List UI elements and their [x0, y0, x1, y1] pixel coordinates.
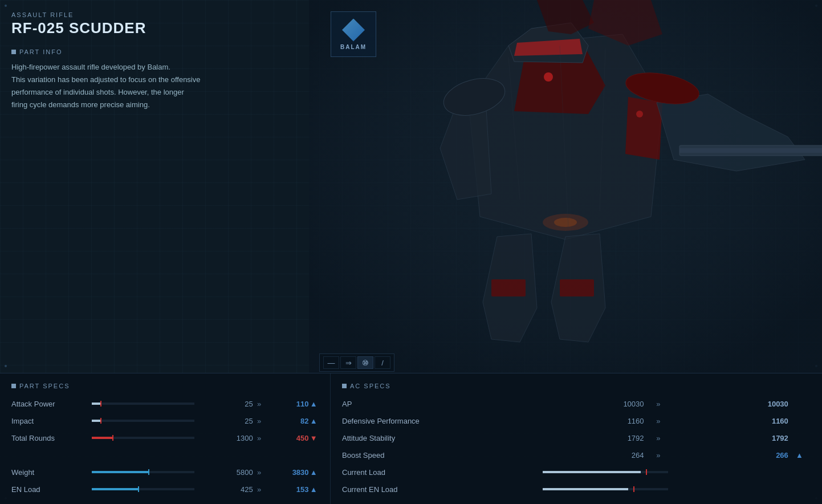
stat-arrow-impact: »	[253, 412, 266, 429]
ac-stat-label-ap: AP	[342, 395, 543, 412]
svg-point-16	[544, 72, 553, 82]
ac-stat-old-boost: 264	[543, 446, 644, 464]
ac-stat-label-boost-speed: Boost Speed	[342, 446, 543, 464]
table-row: Defensive Performance 1160 » 1160	[342, 412, 811, 429]
weapon-category: ASSAULT RIFLE	[11, 11, 399, 18]
stat-new-en-load: 153	[266, 481, 309, 498]
ac-stat-new-ap: 10030	[673, 395, 788, 412]
svg-marker-3	[625, 97, 662, 160]
table-row: AP 10030 » 10030	[342, 395, 811, 412]
ac-stat-label-current-load: Current Load	[342, 464, 543, 481]
svg-point-19	[554, 218, 577, 227]
stat-label-attack-power: Attack Power	[11, 395, 92, 412]
stat-old-en-load: 425	[216, 481, 253, 498]
ac-stat-arrow-boost: »	[644, 446, 673, 464]
weapon-name: RF-025 SCUDDER	[11, 19, 399, 37]
ac-stat-change-ap	[788, 395, 811, 412]
part-info-text: High-firepower assault rifle developed b…	[11, 61, 285, 111]
table-row: Impact 25 » 82 ▲	[11, 412, 319, 429]
ac-bar-current-load	[543, 464, 788, 481]
part-info-line4: firing cycle demands more precise aiming…	[11, 100, 150, 109]
stat-new-weight: 3830	[266, 464, 309, 481]
svg-point-17	[636, 111, 643, 117]
part-specs-icon	[11, 384, 16, 388]
part-specs-panel: PART SPECS Attack Power 25 » 110 ▲ Impac	[0, 373, 331, 504]
ac-specs-label: AC SPECS	[350, 383, 391, 389]
ac-stat-change-defensive	[788, 412, 811, 429]
table-row: Current Load	[342, 464, 811, 481]
stat-change-attack-power: ▲	[309, 395, 319, 412]
svg-rect-7	[679, 148, 822, 153]
stat-bar-en-load	[92, 481, 215, 498]
part-specs-header: PART SPECS	[11, 383, 319, 389]
svg-rect-12	[491, 279, 526, 296]
table-row: Total Rounds 1300 » 450 ▼	[11, 429, 319, 446]
icon-bar-item-minus[interactable]: —	[323, 356, 339, 369]
ac-stat-arrow-attitude: »	[644, 429, 673, 446]
stat-bar-impact	[92, 412, 215, 429]
stat-change-total-rounds: ▼	[309, 429, 319, 446]
stat-bar-total-rounds	[92, 429, 215, 446]
svg-rect-13	[560, 279, 594, 296]
icon-bar-item-detail[interactable]: ⑩	[357, 356, 373, 369]
ac-specs-table: AP 10030 » 10030 Defensive Performance 1…	[342, 395, 811, 498]
ac-stat-arrow-ap: »	[644, 395, 673, 412]
stat-arrow-weight: »	[253, 464, 266, 481]
stat-new-impact: 82	[266, 412, 309, 429]
stat-label-en-load: EN Load	[11, 481, 92, 498]
ac-stat-old-ap: 10030	[543, 395, 644, 412]
part-specs-table: Attack Power 25 » 110 ▲ Impact	[11, 395, 319, 498]
ac-specs-icon	[342, 384, 347, 388]
ac-specs-header: AC SPECS	[342, 383, 811, 389]
stat-old-impact: 25	[216, 412, 253, 429]
part-info-line2: This variation has been adjusted to focu…	[11, 75, 200, 84]
stat-label-impact: Impact	[11, 412, 92, 429]
ac-specs-panel: AC SPECS AP 10030 » 10030 Defensive Perf…	[331, 373, 822, 504]
table-row: Attitude Stability 1792 » 1792	[342, 429, 811, 446]
table-row: Boost Speed 264 » 266 ▲	[342, 446, 811, 464]
ac-stat-label-attitude: Attitude Stability	[342, 429, 543, 446]
ac-bar-current-en-load	[543, 481, 788, 498]
part-info-line1: High-firepower assault rifle developed b…	[11, 63, 170, 71]
part-info-label: PART INFO	[19, 48, 62, 55]
table-row: Weight 5800 » 3830 ▲	[11, 464, 319, 481]
section-icon	[11, 50, 16, 54]
ac-stat-arrow-defensive: »	[644, 412, 673, 429]
ac-stat-label-defensive-performance: Defensive Performance	[342, 412, 543, 429]
part-info-header: PART INFO	[11, 48, 399, 55]
table-row: EN Load 425 » 153 ▲	[11, 481, 319, 498]
ac-stat-new-boost: 266	[673, 446, 788, 464]
stat-change-en-load: ▲	[309, 481, 319, 498]
stat-bar-attack-power	[92, 395, 215, 412]
icon-bar-item-arrow[interactable]: ⇒	[340, 356, 356, 369]
table-row: Attack Power 25 » 110 ▲	[11, 395, 319, 412]
stat-old-total-rounds: 1300	[216, 429, 253, 446]
stat-arrow-attack-power: »	[253, 395, 266, 412]
icon-bar-item-slash[interactable]: /	[375, 356, 390, 369]
part-info-line3: performance of individual shots. However…	[11, 88, 184, 96]
left-panel: ASSAULT RIFLE RF-025 SCUDDER PART INFO H…	[11, 11, 399, 111]
stat-change-weight: ▲	[309, 464, 319, 481]
stat-new-total-rounds: 450	[266, 429, 309, 446]
ac-stat-new-defensive: 1160	[673, 412, 788, 429]
stat-label-weight: Weight	[11, 464, 92, 481]
table-row: Current EN Load	[342, 481, 811, 498]
stat-bar-weight	[92, 464, 215, 481]
stat-old-weight: 5800	[216, 464, 253, 481]
stat-old-attack-power: 25	[216, 395, 253, 412]
ac-stat-old-attitude: 1792	[543, 429, 644, 446]
stat-label-total-rounds: Total Rounds	[11, 429, 92, 446]
spacer-row	[11, 446, 319, 464]
stat-arrow-total-rounds: »	[253, 429, 266, 446]
view-icon-bar: — ⇒ ⑩ /	[319, 353, 394, 372]
stat-change-impact: ▲	[309, 412, 319, 429]
ac-stat-label-current-en-load: Current EN Load	[342, 481, 543, 498]
part-specs-label: PART SPECS	[19, 383, 70, 389]
stat-new-attack-power: 110	[266, 395, 309, 412]
ac-stat-change-attitude	[788, 429, 811, 446]
bottom-container: PART SPECS Attack Power 25 » 110 ▲ Impac	[0, 373, 822, 504]
stat-arrow-en-load: »	[253, 481, 266, 498]
ac-stat-old-defensive: 1160	[543, 412, 644, 429]
ac-stat-change-boost: ▲	[788, 446, 811, 464]
ac-stat-new-attitude: 1792	[673, 429, 788, 446]
